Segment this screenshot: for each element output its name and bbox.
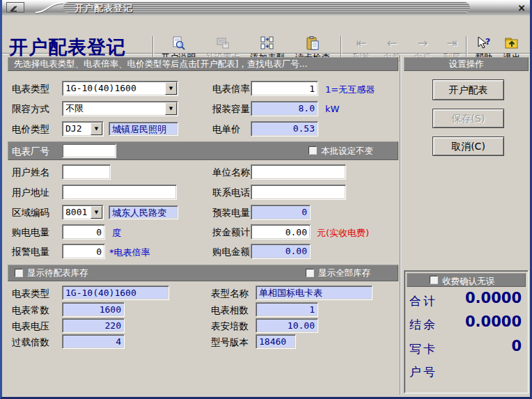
chevron-down-icon[interactable]: ▼ bbox=[165, 82, 177, 95]
exit-folder-icon bbox=[498, 36, 526, 52]
chevron-down-icon[interactable]: ▼ bbox=[91, 206, 102, 219]
balance-value: 0.0000 bbox=[465, 313, 522, 330]
unit-price-label: 电单价 bbox=[212, 121, 241, 136]
voltage-value: 220 bbox=[62, 318, 125, 333]
titlebar-ornament bbox=[36, 1, 65, 15]
show-pending-inventory-label: 显示待配表库存 bbox=[27, 265, 88, 281]
last-arrow-icon: ⇥ bbox=[439, 36, 464, 52]
meter-type-value: 1G-10(40)1600 bbox=[65, 82, 164, 95]
copy-docs-icon bbox=[247, 36, 288, 52]
open-account-button[interactable]: 开户配表 bbox=[432, 79, 504, 100]
info-meter-type-value: 1G-10(40)1600 bbox=[62, 285, 169, 300]
ampere-value: 10.00 bbox=[256, 318, 318, 333]
info-meter-type-label: 电表类型 bbox=[12, 285, 49, 301]
meter-ratio-label: 电表倍率 bbox=[212, 81, 250, 96]
factory-no-label: 电表厂号 bbox=[12, 143, 49, 159]
area-code-label: 区域编码 bbox=[12, 205, 49, 220]
clipboard-icon bbox=[290, 36, 335, 52]
side-panel-header: 设置操作 bbox=[404, 57, 529, 71]
ampere-label: 表安培数 bbox=[211, 318, 249, 334]
balance-label: 结余 bbox=[409, 317, 437, 333]
limit-mode-value: 不限 bbox=[65, 102, 164, 115]
alarm-energy-hint: *电表倍率 bbox=[109, 247, 150, 259]
overload-label: 过载倍数 bbox=[12, 334, 49, 350]
unit-name-input[interactable] bbox=[251, 164, 346, 180]
price-type-desc: 城镇居民照明 bbox=[109, 122, 178, 136]
model-name-value: 单相国标电卡表 bbox=[256, 285, 373, 300]
overload-value: 4 bbox=[62, 334, 125, 349]
limit-mode-dropdown[interactable]: 不限 ▼ bbox=[62, 101, 178, 116]
summary-panel: 收费确认无误 合计 0.0000 结余 0.0000 写卡 0 户号 bbox=[404, 270, 529, 393]
show-all-inventory-label: 显示全部库存 bbox=[318, 265, 370, 281]
area-code-dropdown[interactable]: 8001 ▼ bbox=[62, 205, 104, 220]
factory-no-input[interactable] bbox=[62, 143, 116, 158]
save-button: 保存(S) bbox=[432, 109, 504, 128]
price-type-label: 电价类型 bbox=[12, 121, 49, 136]
purchase-energy-label: 购电电量 bbox=[12, 224, 49, 240]
prev-arrow-icon: ← bbox=[380, 36, 405, 52]
phases-value: 1 bbox=[256, 302, 318, 317]
price-type-dropdown[interactable]: DJ2 ▼ bbox=[62, 121, 104, 136]
doc-search-icon bbox=[158, 36, 198, 52]
purchase-amount-label: 购电金额 bbox=[212, 244, 250, 259]
fee-confirm-label: 收费确认无误 bbox=[442, 274, 494, 289]
close-icon[interactable]: × bbox=[517, 1, 526, 14]
capacity-unit: kW bbox=[325, 104, 339, 114]
total-label: 合计 bbox=[409, 293, 437, 309]
chevron-down-icon[interactable]: ▼ bbox=[91, 123, 102, 135]
meter-type-dropdown[interactable]: 1G-10(40)1600 ▼ bbox=[62, 81, 178, 96]
batch-fixed-checkbox[interactable] bbox=[308, 146, 317, 155]
preset-energy-value: 0 bbox=[251, 205, 311, 220]
svg-text:?: ? bbox=[485, 36, 491, 47]
show-pending-inventory-checkbox[interactable] bbox=[15, 269, 23, 277]
titlebar: 开户配表登记 × bbox=[2, 0, 532, 15]
user-name-input[interactable] bbox=[62, 164, 111, 180]
address-label: 用户地址 bbox=[12, 185, 49, 200]
total-value: 0.0000 bbox=[465, 290, 522, 306]
page-title: 开户配表登记 bbox=[9, 38, 126, 56]
batch-fixed-label: 本批设定不变 bbox=[321, 143, 373, 159]
next-arrow-icon: → bbox=[410, 36, 435, 52]
phases-label: 电表相数 bbox=[211, 302, 249, 318]
panel-divider bbox=[400, 56, 401, 395]
user-name-label: 用户姓名 bbox=[12, 164, 49, 180]
account-no-label: 户号 bbox=[409, 364, 437, 380]
limit-mode-label: 限容方式 bbox=[12, 101, 49, 116]
cancel-button[interactable]: 取消(C) bbox=[432, 136, 504, 156]
by-amount-hint: 元(实收电费) bbox=[317, 227, 369, 240]
write-card-label: 写卡 bbox=[409, 341, 437, 357]
unit-name-label: 单位名称 bbox=[212, 164, 250, 180]
card-add-icon: * bbox=[203, 36, 243, 52]
purchase-energy-unit: 度 bbox=[112, 227, 121, 240]
chevron-down-icon[interactable]: ▼ bbox=[165, 102, 177, 115]
model-name-label: 表型名称 bbox=[211, 285, 249, 301]
preset-energy-label: 预装电量 bbox=[212, 205, 250, 220]
purchase-energy-input[interactable] bbox=[62, 224, 105, 240]
svg-text:*: * bbox=[224, 42, 228, 49]
by-amount-label: 按金额计 bbox=[212, 224, 250, 240]
phone-label: 联系电话 bbox=[212, 185, 250, 200]
address-input[interactable] bbox=[62, 185, 177, 200]
alarm-energy-label: 报警电量 bbox=[12, 244, 49, 259]
purchase-amount-value: 0.00 bbox=[251, 244, 311, 259]
price-type-value: DJ2 bbox=[65, 123, 89, 135]
alarm-energy-input[interactable] bbox=[62, 244, 105, 259]
meter-ratio-input[interactable] bbox=[251, 81, 318, 96]
fee-confirm-checkbox[interactable] bbox=[430, 276, 438, 284]
help-cursor-icon: ? bbox=[471, 36, 496, 52]
area-code-value: 8001 bbox=[65, 206, 89, 219]
app-window: 开户配表登记 × 开户配表登记 开户说明 * 补设置卡 添加表型 bbox=[0, 0, 532, 399]
area-code-desc: 城东人民路变 bbox=[109, 205, 178, 219]
phone-input[interactable] bbox=[251, 185, 346, 200]
by-amount-input[interactable] bbox=[251, 224, 311, 240]
show-all-inventory-checkbox[interactable] bbox=[306, 269, 314, 277]
version-value: 18460 bbox=[256, 334, 296, 349]
first-arrow-icon: ⇤ bbox=[349, 36, 374, 52]
constant-value: 1600 bbox=[62, 302, 125, 317]
toolbar: 开户配表登记 开户说明 * 补设置卡 添加表型 读卡检查 bbox=[2, 15, 530, 54]
instruction-bar: 先选择电表类型、电表倍率、电价类型等后点击[开户配表]，查找电表厂号... bbox=[8, 57, 398, 71]
capacity-label: 报装容量 bbox=[212, 101, 250, 116]
app-logo-icon bbox=[6, 2, 24, 13]
meter-type-label: 电表类型 bbox=[12, 81, 49, 96]
constant-label: 电表常数 bbox=[12, 302, 49, 318]
